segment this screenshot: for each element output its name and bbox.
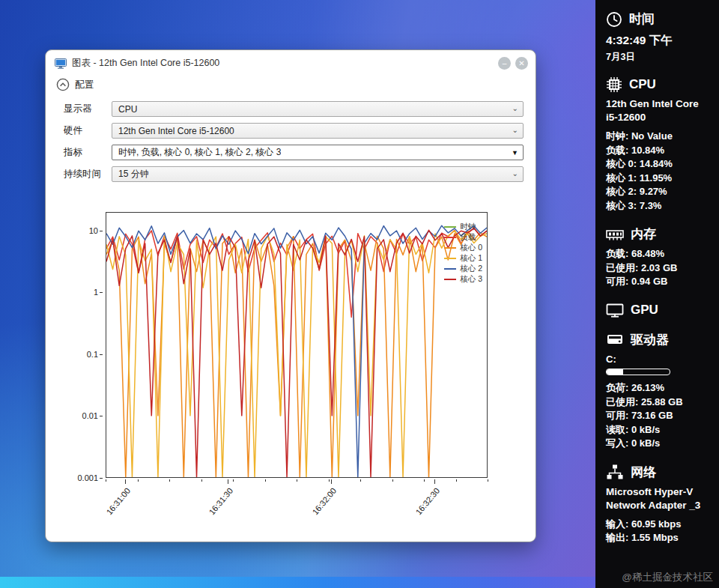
- cpu-stat-row: 核心 0: 14.84%: [606, 157, 712, 172]
- stat-value: 25.88 GB: [641, 396, 683, 407]
- metrics-value: 时钟, 负载, 核心 0, 核心 1, 核心 2, 核心 3: [118, 146, 281, 159]
- stat-value: 0 kB/s: [631, 424, 660, 435]
- chart-window: 图表 - 12th Gen Intel Core i5-12600 – ✕ 配置…: [45, 49, 536, 542]
- legend-label: 核心 1: [460, 253, 482, 263]
- x-minor-tick: [456, 479, 457, 482]
- y-tick-mark: [100, 292, 103, 293]
- x-tick-mark: [228, 479, 228, 484]
- x-minor-tick: [138, 479, 139, 482]
- stat-label: 已使用:: [606, 262, 638, 273]
- metrics-dropdown[interactable]: 时钟, 负载, 核心 0, 核心 1, 核心 2, 核心 3 ▼: [112, 145, 524, 160]
- legend-swatch: [444, 226, 456, 228]
- hardware-label: 硬件: [64, 124, 112, 137]
- chevron-down-icon: ⌄: [512, 104, 518, 112]
- display-row: 显示器 CPU ⌄: [64, 101, 524, 117]
- memory-icon: [606, 226, 624, 243]
- config-form: 显示器 CPU ⌄ 硬件 12th Gen Intel Core i5-1260…: [46, 101, 536, 182]
- drive-stat-row: 可用: 73.16 GB: [606, 409, 712, 423]
- stat-value: 0.94 GB: [631, 276, 667, 287]
- desktop-background: 图表 - 12th Gen Intel Core i5-12600 – ✕ 配置…: [0, 0, 719, 588]
- network-stat-row: 输入: 60.95 kbps: [606, 518, 712, 532]
- stat-label: 负荷:: [606, 382, 628, 393]
- x-tick-mark: [125, 479, 126, 484]
- duration-row: 持续时间 15 分钟 ⌄: [64, 166, 524, 182]
- drive-section: 驱动器 C: 负荷: 26.13% 已使用: 25.88 GB 可用: 73.1…: [606, 331, 712, 451]
- chart-x-axis: 16:31:0016:31:3016:32:0016:32:30: [106, 479, 488, 533]
- chart-y-axis: 1010.10.010.001: [67, 212, 103, 479]
- window-title: 图表 - 12th Gen Intel Core i5-12600: [72, 57, 493, 70]
- stat-label: 核心 3:: [606, 200, 637, 211]
- memory-section: 内存 负载: 68.48% 已使用: 2.03 GB 可用: 0.94 GB: [606, 225, 712, 289]
- chart-legend: 时钟负载核心 0核心 1核心 2核心 3: [444, 222, 482, 284]
- stat-label: 核心 1:: [606, 172, 637, 184]
- stat-value: 10.84%: [631, 145, 664, 156]
- gpu-monitor-icon: [606, 302, 624, 318]
- chart-lines: [106, 213, 487, 477]
- chart-window-icon: [55, 58, 67, 69]
- stat-label: 写入:: [606, 437, 628, 449]
- current-time: 4:32:49 下午: [606, 33, 712, 49]
- close-button[interactable]: ✕: [515, 57, 528, 70]
- stat-value: 14.84%: [640, 158, 673, 169]
- metrics-label: 指标: [64, 146, 112, 159]
- drive-icon: [606, 331, 624, 348]
- legend-swatch: [444, 247, 456, 249]
- legend-item: 时钟: [444, 222, 482, 231]
- gpu-section-title: GPU: [631, 303, 658, 318]
- cpu-stat-row: 负载: 10.84%: [606, 144, 712, 158]
- x-tick-mark: [434, 479, 435, 484]
- time-section-title: 时间: [629, 10, 655, 28]
- chart-plot: 时钟负载核心 0核心 1核心 2核心 3: [106, 212, 488, 478]
- cpu-stat-row: 核心 2: 9.27%: [606, 185, 712, 199]
- x-minor-tick: [360, 479, 361, 482]
- x-minor-tick: [265, 479, 266, 482]
- memory-section-title: 内存: [631, 225, 656, 243]
- hardware-row: 硬件 12th Gen Intel Core i5-12600 ⌄: [64, 123, 524, 139]
- memory-stat-row: 负载: 68.48%: [606, 247, 712, 261]
- cpu-name: 12th Gen Intel Core i5-12600: [606, 97, 712, 124]
- stat-value: 2.03 GB: [641, 262, 677, 273]
- stat-value: 60.95 kbps: [631, 518, 682, 530]
- x-tick-mark: [331, 479, 332, 484]
- x-tick-label: 16:32:00: [297, 486, 338, 533]
- y-tick-label: 0.01: [67, 411, 98, 420]
- cpu-stat-row: 核心 3: 7.3%: [606, 199, 712, 213]
- stat-value: No Value: [631, 130, 673, 142]
- drive-stat-row: 读取: 0 kB/s: [606, 423, 712, 437]
- drive-usage-bar: [606, 369, 670, 375]
- stat-label: 可用:: [606, 276, 628, 287]
- gpu-section: GPU: [606, 302, 712, 318]
- monitor-sidebar: 时间 4:32:49 下午 7月3日 CPU 12th Gen Intel Co…: [595, 0, 719, 588]
- chevron-down-icon: ⌄: [512, 126, 518, 134]
- x-minor-tick: [201, 479, 202, 482]
- hardware-value: 12th Gen Intel Core i5-12600: [118, 126, 234, 136]
- x-minor-tick: [392, 479, 393, 482]
- time-section: 时间 4:32:49 下午 7月3日: [606, 10, 712, 64]
- stat-label: 核心 2:: [606, 186, 637, 197]
- stat-value: 11.95%: [640, 172, 672, 184]
- network-section: 网络 Microsoft Hyper-V Network Adapter _3 …: [606, 464, 712, 545]
- config-section-toggle[interactable]: 配置: [56, 78, 536, 91]
- y-tick-mark: [100, 354, 103, 355]
- cpu-stat-row: 时钟: No Value: [606, 130, 712, 144]
- drive-letter: C:: [606, 353, 712, 367]
- y-tick-label: 10: [67, 226, 98, 235]
- window-titlebar[interactable]: 图表 - 12th Gen Intel Core i5-12600 – ✕: [46, 50, 536, 73]
- legend-label: 时钟: [460, 222, 476, 231]
- legend-item: 核心 2: [444, 264, 482, 273]
- cpu-section: CPU 12th Gen Intel Core i5-12600 时钟: No …: [606, 76, 712, 213]
- x-minor-tick: [424, 479, 425, 482]
- cpu-stat-row: 核心 1: 11.95%: [606, 172, 712, 186]
- stat-value: 7.3%: [640, 200, 662, 211]
- stat-label: 输出:: [606, 532, 628, 543]
- x-minor-tick: [233, 479, 234, 482]
- display-dropdown[interactable]: CPU ⌄: [112, 101, 524, 117]
- hardware-dropdown[interactable]: 12th Gen Intel Core i5-12600 ⌄: [112, 123, 524, 139]
- legend-swatch: [444, 279, 456, 280]
- y-tick-mark: [100, 478, 103, 479]
- minimize-button[interactable]: –: [498, 57, 511, 70]
- watermark: @稀土掘金技术社区: [622, 571, 713, 584]
- x-tick-label: 16:32:30: [399, 486, 440, 533]
- duration-dropdown[interactable]: 15 分钟 ⌄: [112, 166, 524, 182]
- stat-value: 26.13%: [631, 382, 664, 393]
